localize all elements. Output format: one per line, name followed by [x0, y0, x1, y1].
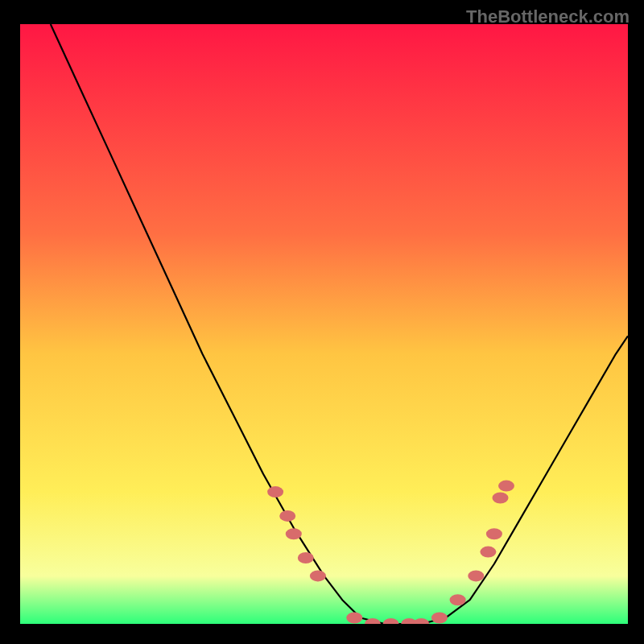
marker-point: [346, 613, 362, 624]
marker-point: [298, 552, 314, 564]
marker-point: [493, 493, 509, 504]
marker-point: [486, 528, 502, 539]
marker-point: [310, 570, 326, 581]
marker-point: [498, 481, 514, 492]
marker-point: [431, 613, 448, 624]
marker-point: [286, 528, 302, 539]
chart-svg: [20, 24, 628, 624]
marker-point: [267, 486, 283, 497]
chart-frame: TheBottleneck.com: [0, 0, 644, 644]
marker-point: [468, 570, 484, 581]
gradient-background: [20, 24, 628, 624]
marker-point: [450, 594, 466, 605]
marker-point: [480, 547, 496, 558]
plot-area: [20, 24, 628, 624]
watermark-label: TheBottleneck.com: [466, 6, 630, 27]
marker-point: [279, 510, 295, 522]
